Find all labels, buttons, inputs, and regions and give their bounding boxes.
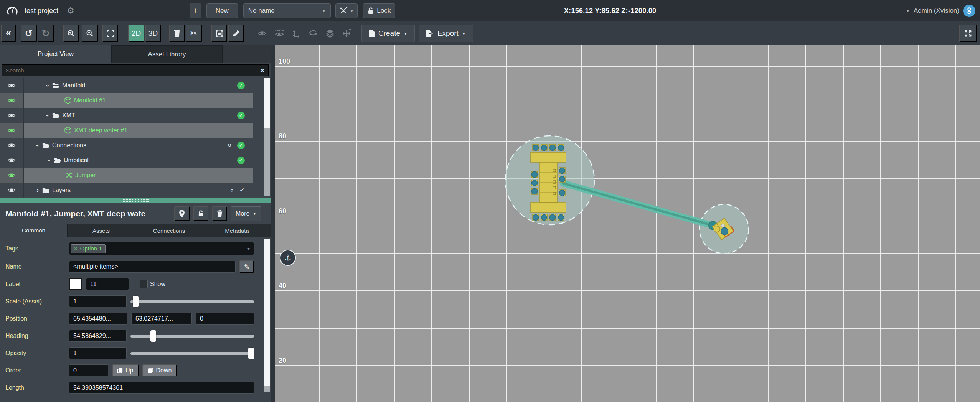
tab-project-view[interactable]: Project View	[0, 45, 111, 63]
position-x-input[interactable]: 65,4354480...	[69, 313, 127, 325]
cut-button[interactable]: ✂	[186, 25, 202, 42]
tag-chip[interactable]: × Option 1	[71, 244, 106, 253]
lock-item-button[interactable]	[193, 206, 208, 221]
panel-splitter-handle[interactable]	[0, 198, 271, 203]
chevron-down-icon[interactable]: ▼	[247, 247, 251, 251]
zoom-out-button[interactable]	[82, 25, 98, 42]
project-settings-gear-icon[interactable]: ⚙	[67, 6, 74, 16]
chevron-right-icon[interactable]: ›	[35, 186, 41, 194]
delete-button[interactable]	[169, 25, 185, 42]
heading-slider[interactable]	[130, 330, 254, 342]
chevron-down-icon[interactable]: ›	[44, 112, 51, 119]
tree-row-jumper[interactable]: Jumper	[0, 168, 271, 183]
search-input[interactable]	[6, 67, 260, 74]
tree-row-manifold-folder[interactable]: › Manifold ✓	[0, 78, 271, 93]
tree-row-layers-folder[interactable]: › Layers » ✓	[0, 183, 271, 198]
tree-row-umbilical-folder[interactable]: › Umbilical ✓	[0, 153, 271, 168]
order-input[interactable]: 0	[69, 364, 108, 376]
create-menu-button[interactable]: Create ▼	[361, 25, 415, 42]
visibility-toggle[interactable]	[0, 153, 24, 168]
mode-3d-button[interactable]: 3D	[145, 25, 161, 42]
tab-asset-library[interactable]: Asset Library	[111, 45, 223, 63]
tools-menu-button[interactable]: ▼	[335, 3, 358, 18]
zoom-in-button[interactable]	[63, 25, 79, 42]
properties-scrollbar[interactable]	[264, 239, 270, 392]
scale-input[interactable]: 1	[69, 295, 127, 307]
tags-multiselect[interactable]: × Option 1 ▼	[69, 242, 254, 255]
search-box: ×	[2, 64, 269, 76]
tree-row-manifold-1[interactable]: Manifold #1	[0, 93, 271, 108]
avatar[interactable]	[963, 5, 975, 17]
tree-row-xmt-folder[interactable]: › XMT ✓	[0, 108, 271, 123]
show-label-checkbox[interactable]	[140, 280, 148, 288]
order-up-button[interactable]: Up	[112, 364, 139, 376]
properties-header: Manifold #1, Jumper, XMT deep wate More …	[0, 203, 271, 224]
lock-button[interactable]: Lock	[363, 3, 395, 18]
padlock-icon	[198, 210, 204, 217]
tab-connections[interactable]: Connections	[135, 224, 203, 237]
undo-button[interactable]: ↺	[21, 25, 37, 42]
collapse-all-icon[interactable]: »	[227, 143, 234, 147]
label-color-swatch[interactable]	[69, 278, 82, 290]
new-button[interactable]: New	[206, 3, 238, 18]
tree-row-connections-folder[interactable]: › Connections » ✓	[0, 138, 271, 153]
collapse-all-icon[interactable]: »	[229, 188, 236, 192]
locate-button[interactable]	[174, 206, 190, 221]
move-icon[interactable]	[342, 28, 351, 38]
clear-search-icon[interactable]: ×	[260, 67, 264, 74]
collapse-panel-button[interactable]: «	[1, 25, 16, 42]
map-canvas[interactable]: 10080604020	[275, 45, 980, 402]
tree-row-xmt-deep-water-1[interactable]: XMT deep water #1	[0, 123, 271, 138]
tree-scrollbar-thumb[interactable]	[264, 78, 270, 128]
zoom-fit-button[interactable]	[102, 25, 118, 42]
visibility-toggle[interactable]	[0, 123, 24, 138]
visibility-toggle[interactable]	[0, 93, 24, 108]
axes-icon[interactable]	[292, 29, 301, 38]
bring-forward-icon	[117, 368, 123, 373]
position-z-input[interactable]: 0	[196, 313, 254, 325]
mode-2d-button[interactable]: 2D	[128, 25, 144, 42]
visibility-toggle[interactable]	[0, 108, 24, 123]
measure-button[interactable]	[228, 25, 244, 42]
user-menu[interactable]: Admin (Xvision)	[914, 7, 959, 15]
tab-assets[interactable]: Assets	[67, 224, 135, 237]
visibility-toggle[interactable]	[0, 183, 24, 198]
position-y-input[interactable]: 63,0274717...	[131, 313, 192, 325]
water-surface-eye-icon[interactable]	[274, 29, 285, 38]
visibility-toggle[interactable]	[0, 78, 24, 93]
opacity-input[interactable]: 1	[69, 347, 127, 359]
properties-scrollbar-thumb[interactable]	[264, 239, 270, 386]
transform-button[interactable]	[211, 25, 227, 42]
rotate-icon[interactable]	[308, 29, 318, 38]
tree-scrollbar[interactable]	[264, 78, 270, 196]
chevron-down-icon[interactable]: ›	[45, 157, 53, 163]
redo-button[interactable]: ↻	[38, 25, 54, 42]
scale-slider[interactable]	[130, 296, 254, 307]
visibility-toggle[interactable]	[0, 138, 24, 153]
panel-resize-handle[interactable]	[271, 45, 275, 402]
layers-icon[interactable]	[325, 29, 335, 38]
scenario-select[interactable]: No name ▼	[243, 3, 331, 18]
order-down-button[interactable]: Down	[142, 364, 177, 376]
tab-metadata[interactable]: Metadata	[203, 224, 271, 237]
heading-input[interactable]: 54,5864829...	[69, 330, 127, 342]
name-input[interactable]: <multiple items>	[69, 261, 236, 273]
fullscreen-button[interactable]	[959, 25, 977, 42]
opacity-slider[interactable]	[130, 348, 254, 359]
length-input[interactable]: 54,390358574361	[69, 382, 254, 394]
visibility-eye-icon[interactable]	[257, 29, 267, 38]
chevron-down-icon[interactable]: ›	[44, 82, 51, 89]
remove-tag-icon[interactable]: ×	[74, 245, 78, 252]
manifold-asset[interactable]	[531, 144, 566, 221]
tab-common[interactable]: Common	[0, 224, 67, 237]
chevron-down-icon[interactable]: ›	[34, 142, 41, 148]
edit-name-button[interactable]: ✎	[239, 260, 254, 273]
info-button[interactable]: i	[190, 3, 201, 18]
more-menu-button[interactable]: More ▼	[231, 206, 261, 221]
label-size-input[interactable]: 11	[86, 278, 129, 290]
anchor-marker[interactable]: ⚓	[280, 250, 296, 266]
folder-closed-icon	[42, 187, 49, 193]
delete-item-button[interactable]	[212, 206, 227, 221]
export-menu-button[interactable]: Export ▼	[419, 25, 473, 42]
visibility-toggle[interactable]	[0, 168, 24, 183]
